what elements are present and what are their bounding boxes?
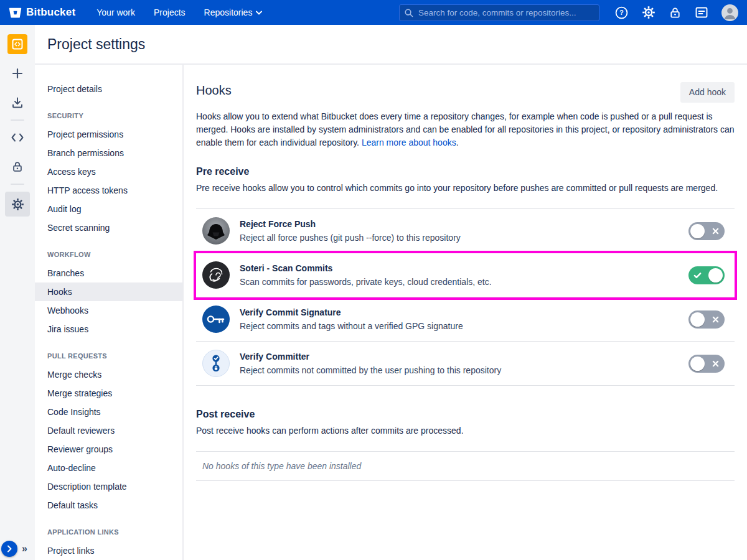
global-search [399,4,599,21]
sidebar-item-webhooks[interactable]: Webhooks [35,301,182,320]
nav-your-work[interactable]: Your work [96,7,135,17]
nav-repositories[interactable]: Repositories [204,7,263,17]
page-header: Project settings [35,25,747,65]
hook-name: Verify Commit Signature [240,307,463,318]
sidebar-item-merge-checks[interactable]: Merge checks [35,365,182,384]
hook-row-soteri-scan-commits: Soteri - Scan Commits Scan commits for p… [196,253,735,297]
sidebar-item-project-details[interactable]: Project details [35,80,182,98]
add-hook-button[interactable]: Add hook [680,82,735,103]
rail-expand-controls: » [1,541,27,557]
nav-projects[interactable]: Projects [154,7,186,17]
verify-committer-icon [202,350,230,377]
top-navigation-bar: Bitbucket Your work Projects Repositorie… [0,0,747,25]
code-source-icon[interactable] [7,128,27,147]
hook-info: Soteri - Scan Commits Scan commits for p… [240,263,492,287]
sidebar-item-branch-permissions[interactable]: Branch permissions [35,144,182,162]
bitbucket-bucket-icon [9,6,22,19]
sidebar-item-project-permissions[interactable]: Project permissions [35,125,182,144]
pre-receive-heading: Pre receive [196,166,735,178]
sidebar-item-code-insights[interactable]: Code Insights [35,403,182,421]
rail-divider [11,184,24,185]
pre-receive-description: Pre receive hooks allow you to control w… [196,182,735,195]
hook-row-verify-commit-signature: Verify Commit Signature Reject commits a… [196,297,735,342]
app-rail: » [0,25,35,560]
intro-period: . [456,138,459,147]
hook-name: Soteri - Scan Commits [240,263,492,274]
page: Project settings Project details SECURIT… [35,25,747,560]
search-input[interactable] [399,4,599,21]
help-icon[interactable]: ? [614,6,629,20]
hooks-heading: Hooks [196,82,232,98]
toggle-knob [708,268,723,282]
sidebar-item-http-access-tokens[interactable]: HTTP access tokens [35,181,182,200]
hook-toggle[interactable] [688,222,725,240]
admin-lock-icon[interactable] [669,6,682,19]
page-title: Project settings [47,36,145,53]
learn-more-about-hooks-link[interactable]: Learn more about hooks [362,138,456,147]
hook-info: Reject Force Push Reject all force pushe… [240,218,461,243]
sidebar-item-hooks[interactable]: Hooks [35,282,182,301]
expand-chevrons-icon[interactable]: » [22,543,27,554]
hook-description: Reject commits and tags without a verifi… [240,320,463,332]
toggle-knob [690,312,705,327]
create-plus-icon[interactable] [7,63,27,83]
sidebar-section-security: SECURITY [35,98,182,125]
settings-sidebar: Project details SECURITY Project permiss… [35,65,184,560]
security-lock-icon[interactable] [7,157,27,177]
bitbucket-logo[interactable]: Bitbucket [9,6,75,19]
topnav-icon-group: ? [614,4,738,21]
import-download-icon[interactable] [7,93,27,113]
verify-commit-signature-icon [202,306,230,333]
sidebar-section-workflow: WORKFLOW [35,237,182,264]
hook-description: Reject all force pushes (git push --forc… [240,232,461,243]
sidebar-item-reviewer-groups[interactable]: Reviewer groups [35,440,182,459]
pre-receive-hook-list: Reject Force Push Reject all force pushe… [196,208,735,386]
sidebar-section-application-links: APPLICATION LINKS [35,515,182,541]
toggle-knob [690,224,705,238]
hook-toggle[interactable] [688,266,725,284]
profile-avatar[interactable] [721,4,738,21]
feedback-icon[interactable] [695,6,708,19]
sidebar-item-description-template[interactable]: Description template [35,477,182,496]
sidebar-item-audit-log[interactable]: Audit log [35,200,182,218]
hooks-main-content: Hooks Add hook Hooks allow you to extend… [184,65,747,560]
hook-description: Scan commits for passwords, private keys… [240,276,492,287]
brand-name: Bitbucket [26,6,75,19]
post-receive-description: Post receive hooks can perform actions a… [196,424,735,437]
sidebar-item-secret-scanning[interactable]: Secret scanning [35,218,182,237]
reject-force-push-icon [202,217,230,245]
soteri-scan-commits-icon [202,261,230,289]
project-avatar[interactable] [7,34,27,54]
rail-divider [11,119,24,121]
hook-row-verify-committer: Verify Committer Reject commits not comm… [196,342,735,386]
post-receive-heading: Post receive [196,408,735,421]
hook-name: Reject Force Push [240,218,461,230]
sidebar-item-branches[interactable]: Branches [35,264,182,282]
sidebar-item-default-reviewers[interactable]: Default reviewers [35,421,182,440]
settings-gear-icon[interactable] [642,6,655,19]
post-receive-empty-message: No hooks of this type have been installe… [196,451,735,481]
expand-sidebar-button[interactable] [1,541,17,557]
sidebar-item-auto-decline[interactable]: Auto-decline [35,459,182,477]
hook-toggle[interactable] [688,355,725,373]
primary-nav-links: Your work Projects Repositories [96,7,262,17]
sidebar-item-project-links[interactable]: Project links [35,541,182,560]
hooks-intro-text: Hooks allow you to extend what Bitbucket… [196,111,735,147]
sidebar-section-pull-requests: PULL REQUESTS [35,338,182,365]
hook-info: Verify Committer Reject commits not comm… [240,351,501,376]
hooks-intro: Hooks allow you to extend what Bitbucket… [196,110,735,149]
chevron-down-icon [256,11,262,15]
hook-row-reject-force-push: Reject Force Push Reject all force pushe… [196,209,735,253]
sidebar-item-default-tasks[interactable]: Default tasks [35,496,182,515]
svg-text:?: ? [619,9,623,16]
toggle-knob [690,357,705,371]
sidebar-item-access-keys[interactable]: Access keys [35,162,182,181]
sidebar-item-merge-strategies[interactable]: Merge strategies [35,384,182,403]
hook-description: Reject commits not committed by the user… [240,365,501,376]
sidebar-item-jira-issues[interactable]: Jira issues [35,320,182,338]
hook-info: Verify Commit Signature Reject commits a… [240,307,463,332]
hook-toggle[interactable] [688,310,725,329]
hook-name: Verify Committer [240,351,501,362]
project-settings-gear-icon[interactable] [5,192,30,217]
